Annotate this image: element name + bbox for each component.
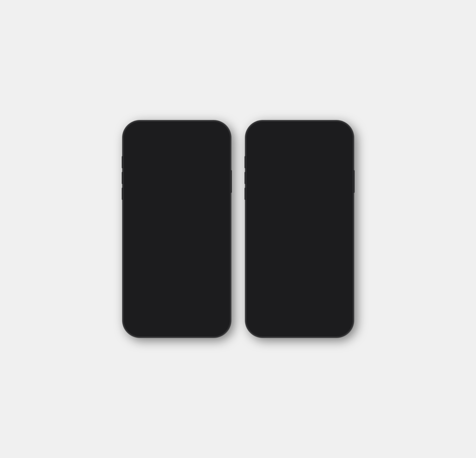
notes-icon-right — [278, 169, 296, 187]
svg-rect-24 — [161, 278, 170, 279]
app-reminders-left[interactable]: 提醒事项 — [128, 236, 151, 267]
weather-widget-left[interactable]: 9AM 🌤 31° 10AM ⛅ 31° 11AM ⛅ 31° — [127, 156, 226, 182]
dock-phone-left[interactable]: 📞 — [157, 314, 174, 330]
app-notes-right[interactable]: 备忘录 — [276, 169, 298, 193]
status-time-left: 9:02 — [132, 126, 141, 131]
event-row-right: iOS 和 iPadOS... 线上会议 10:00–10:30 AM — [306, 261, 345, 271]
weather-hour-12pm: 12PM 🌤 32° — [182, 159, 189, 173]
svg-point-11 — [164, 219, 168, 223]
dock-right: 💬 📞 🔮 — [252, 311, 347, 333]
wifi-icon-left: ⚇ — [214, 126, 217, 130]
app-reminders-right[interactable]: 提醒事项 — [301, 169, 323, 193]
weather-temp-right: 31° — [331, 148, 345, 158]
wechat-label-right: 微信 — [285, 262, 291, 267]
call-widget[interactable]: 中国大陆 📵 📞 — [127, 135, 226, 154]
notch-left — [156, 123, 198, 133]
app-maps-right[interactable]: 280 地图 — [251, 243, 274, 267]
event-title-right: iOS 和 iPadOS... — [309, 261, 330, 265]
svg-rect-25 — [161, 280, 167, 281]
dock-rocket-right[interactable]: 🚀 — [327, 314, 343, 330]
weibo-label-right: 微博 — [259, 289, 265, 294]
teal-city: 深圳市 ↑ — [254, 198, 269, 203]
app-instagram-right[interactable]: 📸 Instagram — [276, 270, 300, 292]
weather-city-right: 深圳市 — [271, 147, 328, 153]
svg-rect-30 — [282, 175, 291, 176]
maps-icon-left: 280 — [156, 236, 174, 254]
camera-icon: 📷 — [155, 184, 173, 202]
dock-siri-right[interactable]: 🔮 — [291, 314, 307, 330]
bottom-left-col: 280 地图 🐦 微博 — [251, 243, 274, 294]
weibo-icon-right: 🐦 — [253, 270, 271, 288]
accept-icon: 📞 — [213, 141, 220, 148]
chrome-icon-right — [309, 314, 325, 330]
svg-rect-40 — [257, 250, 267, 252]
phone-icon-left: 📞 — [157, 314, 174, 330]
app-photos[interactable]: 🌸 照片 — [128, 184, 150, 208]
app-calendar-right[interactable]: 星期二 23 日历 — [251, 169, 273, 193]
dock-rocket-left[interactable]: 🚀 — [202, 314, 218, 330]
app-weibo-right[interactable]: 🐦 微博 — [251, 270, 274, 294]
event-bar-right — [306, 261, 307, 271]
app-camera[interactable]: 📷 相机 — [153, 184, 175, 208]
rocket-icon-left: 🚀 — [202, 314, 218, 330]
dot2 — [138, 142, 142, 147]
svg-text:12: 12 — [189, 187, 190, 189]
weather-top-widget-right[interactable]: ☁ 天气 ☀️ 深圳市 晴朗 降雨概率: 10% 31° 32° / 30° — [250, 135, 349, 167]
clock-app-icon: 12 3 6 9 — [180, 184, 198, 202]
calendar-event-widget-right[interactable]: TUESDAY 23 iOS 和 iPadOS... 线上会议 10:00–10… — [302, 243, 348, 294]
dock-messages-right[interactable]: 💬 — [256, 314, 272, 330]
dock-phone-right[interactable]: 📞 — [274, 314, 290, 330]
weather-hours-left: 9AM 🌤 31° 10AM ⛅ 31° 11AM ⛅ 31° — [131, 159, 223, 173]
reminders-icon-left — [130, 236, 148, 254]
calendar-icon-left: 星期二 23 — [130, 210, 148, 228]
event-bar-left — [183, 254, 184, 263]
accept-button[interactable]: 📞 — [210, 139, 222, 150]
teal-weather-title: 天气 — [254, 231, 345, 236]
photos-label: 照片 — [136, 203, 142, 208]
teal-weather-hours: 9AM 🌤 30° 10AM ⛅ 31° 11AM ⛅ 31° — [254, 217, 345, 231]
teal-temp: 30° — [254, 203, 269, 215]
dock-messages-left[interactable]: 💬 — [135, 314, 151, 330]
status-icons-left: ▌▌▌ ⚇ ▭ — [205, 126, 221, 130]
svg-rect-23 — [161, 275, 170, 276]
wechat-badge: 6 — [293, 243, 297, 246]
calendar-icon-right: 星期二 23 — [253, 169, 271, 187]
svg-point-8 — [160, 215, 164, 219]
svg-text:280: 280 — [163, 239, 167, 241]
apps-row2-left: 星期二 23 日历 — [127, 210, 226, 234]
reminders-icon-right — [303, 169, 321, 187]
app-calendar-left[interactable]: 星期二 23 日历 — [128, 210, 150, 234]
battery-icon-right: ▭ — [341, 126, 344, 130]
settings-icon: ⚙️ — [205, 184, 223, 202]
signal-icon-right: ▌▌▌ — [327, 126, 335, 130]
mixed-row-left: 提醒事项 280 地图 — [127, 236, 226, 267]
app-googlephotos[interactable]: Google 相册 — [153, 210, 175, 234]
app-wechat-left[interactable]: 💬 微信 — [203, 210, 226, 234]
app-weibo-left[interactable]: 🐦 微博 — [178, 210, 201, 234]
app-clock[interactable]: 12 3 6 9 时钟 — [178, 184, 201, 208]
siri-icon: 🔮 — [291, 314, 307, 330]
event-row-left: iOS 和 iPadOS... 线上会议 10:00–10:30 AM — [183, 254, 222, 264]
app-gaode-left[interactable]: 🗺 高德地图 — [128, 269, 151, 293]
calendar-event-widget-left[interactable]: TUESDAY 23 iOS 和 iPadOS... 线上会议 10:00–10… — [180, 236, 226, 267]
app-maps-left[interactable]: 280 地图 — [154, 236, 177, 267]
screen-content-right: ☁ 天气 ☀️ 深圳市 晴朗 降雨概率: 10% 31° 32° / 30° — [248, 133, 351, 335]
event-sub-left: 线上会议 — [186, 257, 208, 261]
dock-chrome-left[interactable] — [180, 314, 196, 330]
weather-teal-widget-right[interactable]: 深圳市 ↑ 30° ☀️ 晴间多云 H:32° L:28° 9AM 🌤 30° — [250, 195, 349, 241]
app-notes-left[interactable]: 备忘录 — [154, 269, 177, 293]
svg-rect-31 — [282, 177, 291, 178]
gaode-label-right: 高德地图 — [331, 188, 343, 193]
app-wechat-right[interactable]: 💬 6 微信 — [276, 243, 300, 267]
teal-hour-9am: 9AM 🌤 30° — [259, 217, 264, 231]
dock-chrome-right[interactable] — [309, 314, 325, 330]
notes-label-left: 备忘录 — [160, 289, 170, 293]
app-gaode-right[interactable]: 🗺 高德地图 — [326, 169, 348, 193]
notch-right — [279, 123, 321, 133]
notes-label-right: 备忘录 — [282, 188, 291, 193]
event-num-right: 23 — [306, 250, 345, 260]
decline-button[interactable]: 📵 — [195, 139, 207, 150]
call-dots — [132, 142, 152, 147]
app-settings[interactable]: ⚙️ 设置 — [203, 184, 226, 208]
event-sub-right: 线上会议 — [309, 265, 330, 269]
